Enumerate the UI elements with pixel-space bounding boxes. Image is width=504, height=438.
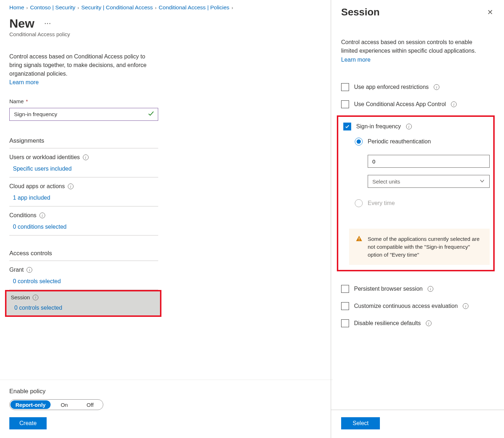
chevron-right-icon: ›	[155, 5, 156, 10]
checkbox-checked[interactable]	[343, 123, 351, 130]
info-icon[interactable]: i	[434, 84, 439, 90]
option-cae-label: Customize continuous access evaluation	[354, 303, 458, 309]
more-actions-icon[interactable]: ···	[44, 20, 51, 27]
grant-block[interactable]: Grant i 0 controls selected	[9, 261, 158, 290]
page-title-text: New	[9, 16, 34, 30]
select-button[interactable]: Select	[341, 417, 380, 429]
policy-footer: Enable policy Report-only On Off Create	[0, 380, 333, 438]
breadcrumb: Home › Contoso | Security › Security | C…	[9, 4, 331, 11]
close-icon[interactable]: ✕	[486, 6, 495, 18]
breadcrumb-contoso-security[interactable]: Contoso | Security	[30, 4, 75, 11]
radio-periodic[interactable]: Periodic reauthentication	[355, 138, 490, 146]
units-select[interactable]: Select units	[368, 175, 490, 188]
radio-periodic-label: Periodic reauthentication	[368, 138, 431, 145]
option-ca-app-control[interactable]: Use Conditional Access App Control i	[341, 100, 495, 108]
checkbox-unchecked[interactable]	[341, 319, 349, 327]
session-label: Session	[11, 294, 30, 300]
option-persistent-browser-label: Persistent browser session	[354, 286, 423, 292]
warning-text: Some of the applications currently selec…	[368, 235, 483, 258]
option-persistent-browser[interactable]: Persistent browser session i	[341, 285, 495, 293]
info-icon[interactable]: i	[33, 295, 38, 300]
create-button[interactable]: Create	[9, 417, 47, 429]
radio-every-time-label: Every time	[368, 200, 395, 206]
checkbox-unchecked[interactable]	[341, 285, 349, 293]
breadcrumb-home[interactable]: Home	[9, 4, 24, 11]
policy-name-input[interactable]	[13, 111, 148, 118]
users-label: Users or workload identities	[9, 154, 80, 161]
chevron-down-icon	[479, 178, 485, 185]
required-star-icon: *	[26, 98, 28, 104]
info-icon[interactable]: i	[463, 303, 468, 309]
name-label: Name	[9, 98, 24, 104]
checkmark-icon	[148, 110, 154, 119]
cloud-apps-label: Cloud apps or actions	[9, 183, 65, 190]
signin-frequency-highlight: Sign-in frequency i Periodic reauthentic…	[337, 115, 495, 271]
signin-frequency-label: Sign-in frequency	[356, 123, 401, 130]
svg-rect-1	[359, 240, 359, 241]
segment-on[interactable]: On	[51, 400, 77, 410]
units-placeholder: Select units	[372, 178, 400, 185]
assignments-header: Assignments	[9, 137, 158, 148]
users-block[interactable]: Users or workload identities i Specific …	[9, 148, 158, 177]
cloud-apps-value[interactable]: 1 app included	[9, 195, 158, 201]
chevron-right-icon: ›	[77, 5, 79, 10]
cloud-apps-block[interactable]: Cloud apps or actions i 1 app included	[9, 177, 158, 206]
svg-rect-0	[359, 238, 359, 239]
checkbox-unchecked[interactable]	[341, 100, 349, 108]
info-icon[interactable]: i	[406, 124, 412, 129]
segment-off[interactable]: Off	[77, 400, 103, 410]
learn-more-link[interactable]: Learn more	[9, 78, 153, 87]
frequency-number-input[interactable]	[368, 155, 490, 168]
warning-message: Some of the applications currently selec…	[349, 229, 490, 265]
main-content: Home › Contoso | Security › Security | C…	[0, 0, 331, 438]
option-ca-app-control-label: Use Conditional Access App Control	[354, 101, 446, 108]
chevron-right-icon: ›	[231, 5, 233, 10]
panel-description: Control access based on session controls…	[341, 38, 485, 55]
conditions-label: Conditions	[9, 212, 37, 219]
conditions-value[interactable]: 0 conditions selected	[9, 224, 158, 230]
radio-unselected[interactable]	[355, 199, 363, 207]
info-icon[interactable]: i	[451, 101, 457, 107]
option-app-enforced[interactable]: Use app enforced restrictions i	[341, 83, 495, 91]
access-controls-header: Access controls	[9, 250, 158, 261]
warning-icon	[355, 235, 363, 258]
intro-text: Control access based on Conditional Acce…	[9, 52, 153, 78]
option-signin-frequency[interactable]: Sign-in frequency i	[343, 123, 490, 130]
radio-every-time[interactable]: Every time	[355, 199, 490, 207]
session-block[interactable]: Session i 0 controls selected	[6, 291, 160, 315]
option-app-enforced-label: Use app enforced restrictions	[354, 84, 429, 90]
conditions-block[interactable]: Conditions i 0 conditions selected	[9, 206, 158, 235]
users-value[interactable]: Specific users included	[9, 166, 158, 172]
name-label-row: Name *	[9, 98, 331, 104]
enable-policy-toggle[interactable]: Report-only On Off	[9, 399, 103, 410]
info-icon[interactable]: i	[39, 213, 45, 218]
checkbox-unchecked[interactable]	[341, 302, 349, 310]
info-icon[interactable]: i	[426, 320, 432, 326]
panel-title: Session	[341, 6, 380, 18]
chevron-right-icon: ›	[26, 5, 28, 10]
enable-policy-label: Enable policy	[9, 388, 333, 395]
option-resilience[interactable]: Disable resilience defaults i	[341, 319, 495, 327]
name-input-wrap[interactable]	[9, 108, 158, 121]
checkbox-unchecked[interactable]	[341, 83, 349, 91]
option-cae[interactable]: Customize continuous access evaluation i	[341, 302, 495, 310]
segment-report-only[interactable]: Report-only	[10, 400, 51, 409]
grant-label: Grant	[9, 267, 24, 273]
grant-value[interactable]: 0 controls selected	[9, 278, 158, 285]
info-icon[interactable]: i	[68, 184, 74, 189]
breadcrumb-ca-policies[interactable]: Conditional Access | Policies	[159, 4, 229, 11]
session-value[interactable]: 0 controls selected	[11, 305, 156, 311]
radio-selected[interactable]	[355, 138, 363, 146]
info-icon[interactable]: i	[27, 267, 32, 273]
page-title: New ···	[9, 16, 331, 30]
breadcrumb-security-ca[interactable]: Security | Conditional Access	[81, 4, 153, 11]
info-icon[interactable]: i	[83, 154, 89, 160]
panel-learn-more[interactable]: Learn more	[341, 57, 495, 63]
page-subtitle: Conditional Access policy	[9, 31, 331, 37]
session-block-highlight: Session i 0 controls selected	[5, 290, 161, 317]
session-panel: Session ✕ Control access based on sessio…	[331, 0, 504, 438]
option-resilience-label: Disable resilience defaults	[354, 320, 421, 327]
info-icon[interactable]: i	[428, 286, 433, 292]
